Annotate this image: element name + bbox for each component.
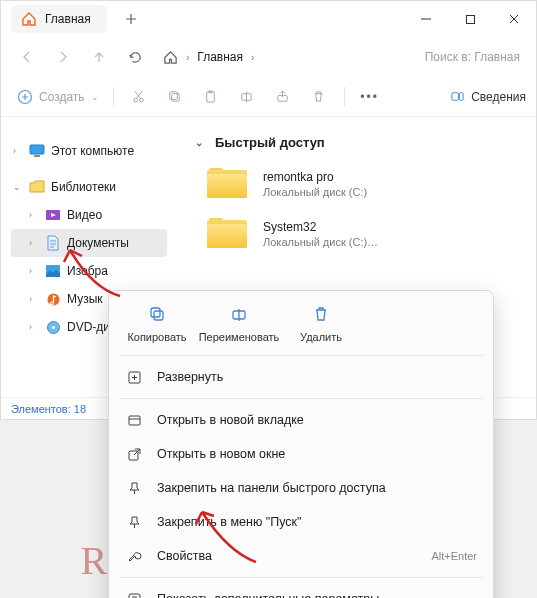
details-icon [450, 89, 465, 104]
chevron-down-icon: ⌄ [13, 182, 23, 192]
sidebar-label: Библиотеки [51, 180, 116, 194]
svg-rect-6 [207, 92, 215, 102]
rename-button[interactable] [230, 81, 264, 113]
more-button[interactable]: ••• [353, 81, 387, 113]
create-label: Создать [39, 90, 85, 104]
sidebar-item-this-pc[interactable]: › Этот компьюте [11, 137, 167, 165]
breadcrumb[interactable]: › Главная › [163, 50, 254, 65]
rename-icon [226, 301, 252, 327]
svg-rect-19 [151, 308, 160, 317]
ctx-open-tab[interactable]: Открыть в новой вкладке [113, 403, 489, 437]
plus-circle-icon [17, 89, 33, 105]
external-icon [125, 447, 143, 462]
ctx-properties[interactable]: Свойства Alt+Enter [113, 539, 489, 573]
chevron-right-icon: › [29, 322, 39, 332]
svg-rect-0 [466, 15, 474, 23]
sidebar-label: Видео [67, 208, 102, 222]
search-input[interactable]: Поиск в: Главная [425, 50, 526, 64]
section-title: Быстрый доступ [215, 135, 325, 150]
tile-item[interactable]: System32 Локальный диск (C:)… [207, 218, 526, 250]
disc-icon [45, 319, 61, 335]
more-icon [125, 592, 143, 599]
svg-rect-23 [129, 416, 140, 425]
chevron-down-icon: ⌄ [195, 137, 203, 148]
ctx-label: Открыть в новом окне [157, 447, 285, 461]
copy-button[interactable] [158, 81, 192, 113]
context-menu: Копировать Переименовать Удалить Разверн… [108, 290, 494, 598]
cut-button[interactable] [122, 81, 156, 113]
ctx-pin-start[interactable]: Закрепить в меню "Пуск" [113, 505, 489, 539]
ctx-label: Свойства [157, 549, 212, 563]
sidebar-item-libraries[interactable]: ⌄ Библиотеки [11, 173, 167, 201]
svg-rect-25 [129, 594, 140, 599]
sidebar-item-video[interactable]: › Видео [11, 201, 167, 229]
music-icon [45, 291, 61, 307]
close-button[interactable] [492, 1, 536, 37]
ctx-show-more[interactable]: Показать дополнительные параметры [113, 582, 489, 598]
pin-icon [125, 481, 143, 496]
folder-icon [207, 168, 247, 200]
video-icon [45, 207, 61, 223]
monitor-icon [29, 143, 45, 159]
ctx-rename[interactable]: Переименовать [203, 301, 275, 343]
maximize-button[interactable] [448, 1, 492, 37]
ctx-delete[interactable]: Удалить [285, 301, 357, 343]
delete-button[interactable] [302, 81, 336, 113]
sidebar-label: Музык [67, 292, 103, 306]
chevron-right-icon: › [29, 210, 39, 220]
share-button[interactable] [266, 81, 300, 113]
up-button[interactable] [83, 41, 115, 73]
breadcrumb-current: Главная [197, 50, 243, 64]
svg-rect-13 [34, 155, 40, 157]
copy-icon [144, 301, 170, 327]
ctx-label: Закрепить на панели быстрого доступа [157, 481, 386, 495]
svg-rect-11 [460, 93, 464, 101]
toolbar: Создать ⌄ ••• Сведения [1, 77, 536, 117]
window-controls [404, 1, 536, 37]
item-sub: Локальный диск (C:) [263, 186, 367, 198]
sidebar-label: Изобра [67, 264, 108, 278]
home-icon [21, 11, 37, 27]
sidebar-item-documents[interactable]: › Документы [11, 229, 167, 257]
create-button[interactable]: Создать ⌄ [11, 81, 105, 113]
tab-home[interactable]: Главная [11, 5, 107, 33]
sidebar-item-images[interactable]: › Изобра [11, 257, 167, 285]
svg-rect-12 [30, 145, 44, 154]
svg-point-2 [134, 98, 138, 102]
ctx-shortcut: Alt+Enter [431, 550, 477, 562]
ctx-label: Удалить [300, 331, 342, 343]
section-header[interactable]: ⌄ Быстрый доступ [195, 135, 526, 150]
separator [119, 355, 483, 356]
svg-rect-5 [172, 94, 180, 102]
paste-button[interactable] [194, 81, 228, 113]
chevron-right-icon: › [251, 52, 254, 63]
ctx-open-window[interactable]: Открыть в новом окне [113, 437, 489, 471]
ctx-pin-quick[interactable]: Закрепить на панели быстрого доступа [113, 471, 489, 505]
forward-button[interactable] [47, 41, 79, 73]
context-quick-actions: Копировать Переименовать Удалить [113, 299, 489, 351]
svg-rect-4 [170, 92, 178, 100]
folder-icon [29, 179, 45, 195]
ctx-label: Открыть в новой вкладке [157, 413, 304, 427]
item-name: System32 [263, 220, 378, 234]
chevron-down-icon: ⌄ [91, 92, 99, 102]
minimize-button[interactable] [404, 1, 448, 37]
nav-bar: › Главная › Поиск в: Главная [1, 37, 536, 77]
folder-icon [207, 218, 247, 250]
chevron-right-icon: › [186, 52, 189, 63]
refresh-button[interactable] [119, 41, 151, 73]
chevron-right-icon: › [29, 238, 39, 248]
pin-icon [125, 515, 143, 530]
ctx-label: Закрепить в меню "Пуск" [157, 515, 301, 529]
image-icon [45, 263, 61, 279]
new-tab-button[interactable] [117, 5, 145, 33]
sidebar-label: Этот компьюте [51, 144, 134, 158]
tile-item[interactable]: remontka pro Локальный диск (C:) [207, 168, 526, 200]
sidebar-label: Документы [67, 236, 129, 250]
trash-icon [308, 301, 334, 327]
ctx-expand[interactable]: Развернуть [113, 360, 489, 394]
titlebar: Главная [1, 1, 536, 37]
back-button[interactable] [11, 41, 43, 73]
details-button[interactable]: Сведения [450, 89, 526, 104]
ctx-copy[interactable]: Копировать [121, 301, 193, 343]
